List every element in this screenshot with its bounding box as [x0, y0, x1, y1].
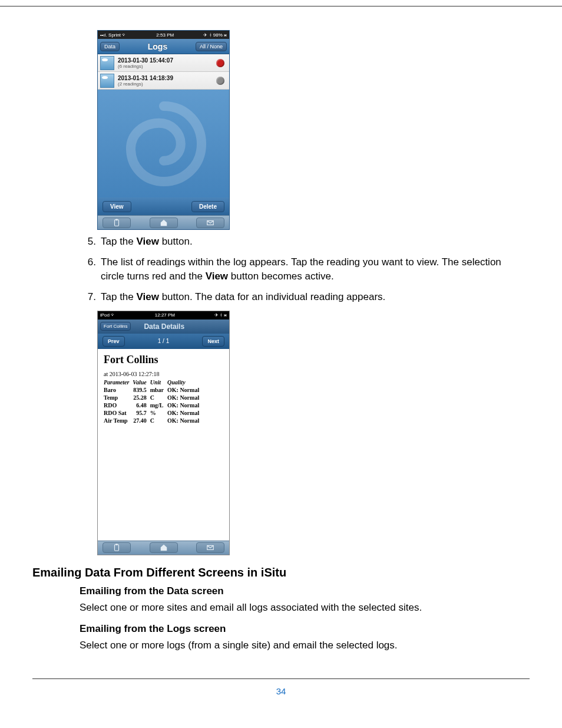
cell-unit: % [150, 409, 167, 417]
step-text-bold: View [137, 291, 159, 302]
bottom-toolbar: View Delete [98, 197, 229, 215]
svg-rect-4 [115, 544, 118, 545]
details-table: Parameter Value Unit Quality Baro839.5mb… [104, 378, 203, 424]
step-text: Tap the View button. [101, 235, 530, 249]
step-number: 7. [80, 290, 101, 305]
cell-quality: OK: Normal [167, 409, 203, 417]
subsection: Emailing from the Data screen Select one… [80, 585, 530, 651]
delete-button[interactable]: Delete [191, 201, 224, 212]
back-button[interactable]: Fort Collins [100, 322, 131, 331]
cell-quality: OK: Normal [167, 401, 203, 409]
view-button[interactable]: View [103, 201, 131, 212]
cell-value: 6.48 [133, 401, 150, 409]
th-value: Value [133, 378, 150, 386]
mail-icon[interactable] [196, 218, 224, 228]
cell-param: RDO Sat [104, 409, 133, 417]
logs-background [98, 90, 229, 197]
step-text-part: button becomes active. [228, 271, 334, 282]
step-text-part: Tap the [101, 236, 137, 247]
details-title: Fort Collins [104, 354, 223, 366]
cell-value: 25.28 [133, 394, 150, 401]
home-icon[interactable] [150, 542, 178, 553]
cell-value: 95.7 [133, 409, 150, 417]
status-bar: iPod ᯤ 12:27 PM ✈ ᚼ ▣ [98, 311, 229, 319]
nav-title: Logs [148, 42, 167, 51]
selection-dot-icon[interactable] [216, 59, 224, 67]
svg-rect-3 [115, 545, 119, 551]
nav-bar: Fort Collins Data Details [98, 319, 229, 334]
table-row: Temp25.28COK: Normal [104, 394, 203, 401]
next-button[interactable]: Next [202, 336, 224, 347]
cell-unit: mg/L [150, 401, 167, 409]
home-icon[interactable] [150, 218, 178, 228]
step-number: 6. [80, 255, 101, 284]
status-bar: ••ıl. Sprint ᯤ 2:53 PM ✈ ᚼ 98% ▣ [98, 31, 229, 39]
cell-param: Temp [104, 394, 133, 401]
clipboard-icon[interactable] [103, 218, 131, 228]
subsection-heading: Emailing from the Logs screen [80, 623, 530, 635]
step-5: 5. Tap the View button. [80, 235, 530, 249]
step-text-bold: View [206, 271, 228, 282]
th-unit: Unit [150, 378, 167, 386]
step-7: 7. Tap the View button. The data for an … [80, 290, 530, 305]
step-text: The list of readings within the log appe… [101, 255, 530, 284]
log-row[interactable]: 2013-01-30 15:44:07 (6 readings) [98, 54, 229, 72]
nav-bar: Data Logs All / None [98, 39, 229, 54]
site-thumb-icon [100, 56, 114, 70]
cell-quality: OK: Normal [167, 417, 203, 424]
svg-rect-0 [115, 219, 119, 226]
selection-dot-icon[interactable] [216, 77, 224, 85]
tab-bar [98, 215, 229, 229]
cell-param: Air Temp [104, 417, 133, 424]
table-row: Air Temp27.40COK: Normal [104, 417, 203, 424]
status-carrier: iPod ᯤ [100, 312, 115, 318]
log-timestamp: 2013-01-31 14:18:39 [118, 75, 173, 81]
svg-rect-1 [115, 219, 118, 220]
log-info: 2013-01-30 15:44:07 (6 readings) [118, 57, 173, 69]
page-number: 34 [0, 679, 562, 714]
step-6: 6. The list of readings within the log a… [80, 255, 530, 284]
details-body: Fort Collins at 2013-06-03 12:27:18 Para… [98, 349, 229, 541]
cell-value: 839.5 [133, 386, 150, 394]
status-carrier: ••ıl. Sprint ᯤ [100, 32, 127, 38]
status-time: 2:53 PM [156, 32, 174, 38]
watermark-icon [98, 90, 229, 197]
status-right: ✈ ᚼ ▣ [214, 312, 227, 318]
details-timestamp: at 2013-06-03 12:27:18 [104, 371, 223, 377]
th-parameter: Parameter [104, 378, 133, 386]
step-text-part: button. The data for an individual readi… [159, 291, 385, 302]
site-thumb-icon [100, 74, 114, 88]
screenshot-logs: ••ıl. Sprint ᯤ 2:53 PM ✈ ᚼ 98% ▣ Data Lo… [97, 30, 230, 230]
log-readings-count: (6 readings) [118, 64, 173, 69]
cell-param: Baro [104, 386, 133, 394]
log-readings-count: (2 readings) [118, 81, 173, 87]
status-right: ✈ ᚼ 98% ▣ [203, 32, 227, 38]
cell-unit: C [150, 417, 167, 424]
subsection-paragraph: Select one or more sites and email all l… [80, 602, 530, 614]
tab-bar [98, 541, 229, 555]
document-page: ••ıl. Sprint ᯤ 2:53 PM ✈ ᚼ 98% ▣ Data Lo… [0, 6, 562, 678]
nav-title: Data Details [144, 322, 184, 331]
table-header-row: Parameter Value Unit Quality [104, 378, 203, 386]
cell-value: 27.40 [133, 417, 150, 424]
cell-unit: C [150, 394, 167, 401]
table-row: Baro839.5mbarOK: Normal [104, 386, 203, 394]
step-text-part: Tap the [101, 291, 137, 302]
prev-button[interactable]: Prev [103, 336, 125, 347]
status-time: 12:27 PM [155, 312, 175, 318]
log-row[interactable]: 2013-01-31 14:18:39 (2 readings) [98, 72, 229, 90]
step-number: 5. [80, 235, 101, 249]
pager-count: 1 / 1 [158, 338, 169, 344]
instruction-list: 5. Tap the View button. 6. The list of r… [80, 235, 530, 305]
screenshot-data-details: iPod ᯤ 12:27 PM ✈ ᚼ ▣ Fort Collins Data … [97, 311, 230, 555]
pager-bar: Prev 1 / 1 Next [98, 334, 229, 349]
step-text-bold: View [137, 236, 159, 247]
log-info: 2013-01-31 14:18:39 (2 readings) [118, 75, 173, 87]
section-heading: Emailing Data From Different Screens in … [32, 566, 530, 579]
all-none-button[interactable]: All / None [196, 42, 227, 51]
mail-icon[interactable] [196, 542, 224, 553]
back-button[interactable]: Data [100, 42, 120, 51]
cell-unit: mbar [150, 386, 167, 394]
step-text: Tap the View button. The data for an ind… [101, 290, 530, 305]
clipboard-icon[interactable] [103, 542, 131, 553]
